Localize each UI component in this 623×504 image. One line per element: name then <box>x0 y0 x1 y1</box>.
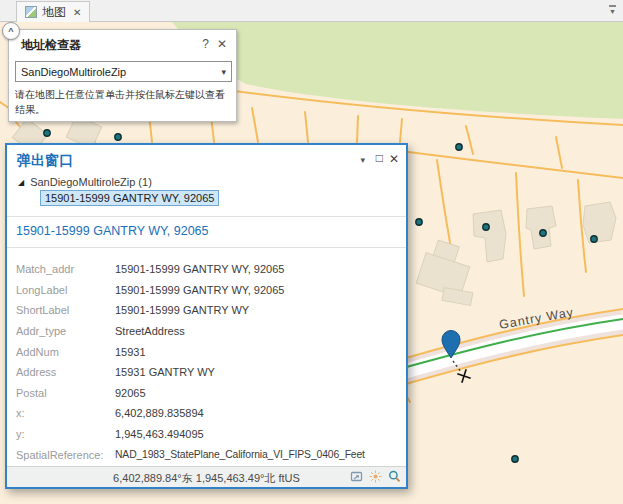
attribute-label: Address <box>16 366 115 378</box>
attribute-row: LongLabel15901-15999 GANTRY WY, 92065 <box>16 280 403 301</box>
flash-location-icon[interactable] <box>369 470 382 483</box>
attribute-row: Addr_typeStreetAddress <box>16 321 403 342</box>
attribute-value: 92065 <box>115 387 146 399</box>
map-tab-icon <box>25 6 37 18</box>
tab-close-icon[interactable]: ✕ <box>73 7 81 18</box>
attribute-row: y:1,945,463.494095 <box>16 424 403 445</box>
tree-layer-item[interactable]: ◢ SanDiegoMultiroleZip (1) <box>18 176 152 188</box>
attribute-row: x:6,402,889.835894 <box>16 403 403 424</box>
tab-map-label: 地图 <box>42 4 66 21</box>
application-window: 地图 ✕ ▼ <box>0 0 623 504</box>
locator-dropdown[interactable]: SanDiegoMultiroleZip ▾ <box>15 61 232 82</box>
attribute-label: AddNum <box>16 346 115 358</box>
attribute-label: Match_addr <box>16 263 115 275</box>
attribute-label: LongLabel <box>16 284 115 296</box>
tree-layer-label: SanDiegoMultiroleZip (1) <box>30 176 152 188</box>
attribute-value: 15931 GANTRY WY <box>115 366 215 378</box>
popup-title: 弹出窗口 <box>17 152 73 170</box>
maximize-icon[interactable]: □ <box>376 151 383 165</box>
attribute-value: 15901-15999 GANTRY WY, 92065 <box>115 263 284 275</box>
tree-expander-icon[interactable]: ◢ <box>18 178 24 187</box>
attribute-row: ShortLabel15901-15999 GANTRY WY <box>16 300 403 321</box>
tree-feature-item-selected[interactable]: 15901-15999 GANTRY WY, 92065 <box>40 190 219 206</box>
attribute-value: 1,945,463.494095 <box>115 428 204 440</box>
attribute-row: Match_addr15901-15999 GANTRY WY, 92065 <box>16 259 403 280</box>
tab-strip-pin-icon[interactable]: ▼ <box>609 5 616 15</box>
attribute-value: NAD_1983_StatePlane_California_VI_FIPS_0… <box>115 449 365 460</box>
attribute-value: StreetAddress <box>115 325 185 337</box>
attribute-row: AddNum15931 <box>16 341 403 362</box>
attribute-label: y: <box>16 428 115 440</box>
feature-heading: 15901-15999 GANTRY WY, 92065 <box>16 224 209 238</box>
attribute-label: Addr_type <box>16 325 115 337</box>
panel-title: 地址检查器 <box>21 37 81 54</box>
close-icon[interactable]: ✕ <box>217 37 227 51</box>
attribute-value: 15901-15999 GANTRY WY <box>115 304 249 316</box>
attribute-label: ShortLabel <box>16 304 115 316</box>
chevron-down-icon: ▾ <box>221 67 226 77</box>
attribute-row: Address15931 GANTRY WY <box>16 362 403 383</box>
attribute-row: Postal92065 <box>16 383 403 404</box>
attribute-table: Match_addr15901-15999 GANTRY WY, 92065Lo… <box>16 259 403 465</box>
attribute-label: SpatialReference: <box>16 449 115 461</box>
address-inspector-panel: 地址检查器 ? ✕ SanDiegoMultiroleZip ▾ 请在地图上任意… <box>8 29 237 122</box>
popup-menu-caret-icon[interactable]: ▾ <box>360 155 365 165</box>
popup-window: 弹出窗口 ▾ □ ✕ ◢ SanDiegoMultiroleZip (1) 15… <box>5 143 408 489</box>
locator-dropdown-value: SanDiegoMultiroleZip <box>21 66 126 78</box>
coordinate-readout: 6,402,889.84°东 1,945,463.49°北 ftUS <box>7 471 406 486</box>
tab-map[interactable]: 地图 ✕ <box>16 1 90 22</box>
instruction-line: 请在地图上任意位置单击并按住鼠标左键以查看 <box>15 87 234 102</box>
popup-status-bar: 6,402,889.84°东 1,945,463.49°北 ftUS <box>7 466 406 487</box>
attribute-value: 15931 <box>115 346 146 358</box>
close-icon[interactable]: ✕ <box>389 152 399 166</box>
instruction-text: 请在地图上任意位置单击并按住鼠标左键以查看 结果。 <box>15 87 234 117</box>
attribute-label: x: <box>16 407 115 419</box>
map-tab-bar: 地图 ✕ ▼ <box>0 0 623 22</box>
collapse-chevron-icon: ^ <box>8 26 13 36</box>
pan-to-icon[interactable] <box>350 470 363 483</box>
attribute-row: SpatialReference:NAD_1983_StatePlane_Cal… <box>16 444 403 465</box>
attribute-value: 15901-15999 GANTRY WY, 92065 <box>115 284 284 296</box>
attribute-value: 6,402,889.835894 <box>115 407 204 419</box>
zoom-to-icon[interactable] <box>388 470 401 483</box>
instruction-line: 结果。 <box>15 102 234 117</box>
help-icon[interactable]: ? <box>202 37 209 51</box>
divider <box>7 247 406 248</box>
divider <box>7 216 406 217</box>
attribute-label: Postal <box>16 387 115 399</box>
panel-collapse-button[interactable]: ^ <box>2 22 20 40</box>
